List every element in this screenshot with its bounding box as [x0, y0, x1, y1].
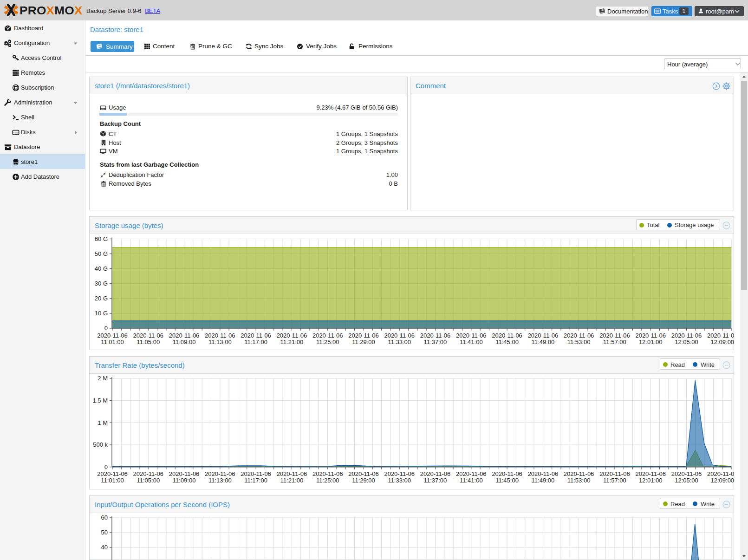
svg-text:30 G: 30 G [95, 280, 108, 287]
svg-text:2020-11-06: 2020-11-06 [348, 470, 379, 477]
svg-text:40 G: 40 G [95, 265, 108, 272]
svg-text:2020-11-06: 2020-11-06 [97, 332, 128, 339]
svg-text:2020-11-06: 2020-11-06 [599, 332, 630, 339]
svg-text:11:13:00: 11:13:00 [208, 339, 232, 345]
svg-text:11:25:00: 11:25:00 [316, 339, 339, 345]
svg-text:2020-11-06: 2020-11-06 [205, 470, 235, 477]
svg-text:12:09:00: 12:09:00 [710, 339, 734, 345]
svg-text:11:09:00: 11:09:00 [173, 339, 196, 345]
svg-text:2020-11-06: 2020-11-06 [312, 470, 343, 477]
svg-text:2020-11-06: 2020-11-06 [707, 332, 734, 339]
svg-text:2 M: 2 M [98, 375, 108, 382]
svg-text:11:57:00: 11:57:00 [603, 339, 626, 345]
svg-text:11:29:00: 11:29:00 [352, 477, 375, 484]
svg-text:10 G: 10 G [95, 310, 108, 317]
svg-text:0: 0 [104, 463, 108, 470]
svg-text:2020-11-06: 2020-11-06 [277, 332, 307, 339]
svg-text:2020-11-06: 2020-11-06 [707, 470, 734, 477]
svg-text:11:05:00: 11:05:00 [137, 339, 160, 345]
svg-text:2020-11-06: 2020-11-06 [384, 332, 415, 339]
svg-text:12:01:00: 12:01:00 [639, 477, 663, 484]
svg-text:50: 50 [101, 529, 108, 536]
svg-text:1 M: 1 M [98, 419, 108, 426]
svg-text:11:53:00: 11:53:00 [567, 477, 591, 484]
svg-text:2020-11-06: 2020-11-06 [312, 332, 343, 339]
svg-text:2020-11-06: 2020-11-06 [384, 470, 415, 477]
svg-text:11:09:00: 11:09:00 [173, 477, 196, 484]
svg-text:2020-11-06: 2020-11-06 [635, 332, 666, 339]
svg-text:2020-11-06: 2020-11-06 [241, 332, 271, 339]
svg-text:2020-11-06: 2020-11-06 [348, 332, 379, 339]
svg-text:11:21:00: 11:21:00 [280, 477, 304, 484]
svg-text:20 G: 20 G [95, 295, 108, 302]
svg-text:12:05:00: 12:05:00 [675, 339, 698, 345]
svg-text:2020-11-06: 2020-11-06 [277, 470, 307, 477]
svg-text:2020-11-06: 2020-11-06 [456, 470, 487, 477]
svg-text:11:33:00: 11:33:00 [388, 477, 411, 484]
svg-text:11:13:00: 11:13:00 [208, 477, 232, 484]
svg-text:11:17:00: 11:17:00 [244, 339, 267, 345]
svg-text:12:09:00: 12:09:00 [710, 477, 734, 484]
svg-text:2020-11-06: 2020-11-06 [528, 332, 559, 339]
svg-text:2020-11-06: 2020-11-06 [635, 470, 666, 477]
svg-text:2020-11-06: 2020-11-06 [599, 470, 630, 477]
svg-text:2020-11-06: 2020-11-06 [671, 332, 702, 339]
svg-text:11:49:00: 11:49:00 [532, 339, 555, 345]
svg-text:2020-11-06: 2020-11-06 [205, 332, 235, 339]
svg-text:0: 0 [104, 325, 108, 332]
svg-text:11:41:00: 11:41:00 [460, 339, 483, 345]
svg-text:2020-11-06: 2020-11-06 [492, 470, 522, 477]
svg-text:11:37:00: 11:37:00 [424, 477, 447, 484]
svg-text:1.5 M: 1.5 M [92, 397, 108, 404]
svg-text:2020-11-06: 2020-11-06 [133, 470, 164, 477]
svg-text:11:33:00: 11:33:00 [388, 339, 411, 345]
svg-text:11:53:00: 11:53:00 [567, 339, 591, 345]
svg-text:11:05:00: 11:05:00 [137, 477, 160, 484]
svg-text:2020-11-06: 2020-11-06 [456, 332, 487, 339]
svg-text:11:17:00: 11:17:00 [244, 477, 267, 484]
svg-text:2020-11-06: 2020-11-06 [564, 332, 594, 339]
svg-text:2020-11-06: 2020-11-06 [133, 332, 164, 339]
svg-text:2020-11-06: 2020-11-06 [169, 470, 200, 477]
svg-text:2020-11-06: 2020-11-06 [241, 470, 271, 477]
svg-text:11:45:00: 11:45:00 [495, 339, 519, 345]
svg-text:2020-11-06: 2020-11-06 [564, 470, 594, 477]
svg-text:11:45:00: 11:45:00 [495, 477, 519, 484]
svg-text:11:21:00: 11:21:00 [280, 339, 304, 345]
svg-text:50 G: 50 G [95, 250, 108, 257]
svg-text:2020-11-06: 2020-11-06 [671, 470, 702, 477]
svg-text:11:01:00: 11:01:00 [101, 339, 124, 345]
svg-text:60 G: 60 G [95, 235, 108, 242]
svg-text:11:01:00: 11:01:00 [101, 477, 124, 484]
svg-text:2020-11-06: 2020-11-06 [97, 470, 128, 477]
svg-text:12:01:00: 12:01:00 [639, 339, 663, 345]
svg-text:2020-11-06: 2020-11-06 [169, 332, 200, 339]
svg-text:11:37:00: 11:37:00 [424, 339, 447, 345]
svg-text:2020-11-06: 2020-11-06 [420, 470, 451, 477]
svg-text:60: 60 [101, 514, 108, 521]
svg-text:40: 40 [101, 544, 108, 551]
svg-text:11:49:00: 11:49:00 [532, 477, 555, 484]
svg-text:12:05:00: 12:05:00 [675, 477, 698, 484]
svg-text:2020-11-06: 2020-11-06 [492, 332, 522, 339]
svg-text:2020-11-06: 2020-11-06 [420, 332, 451, 339]
svg-text:11:25:00: 11:25:00 [316, 477, 339, 484]
svg-text:11:57:00: 11:57:00 [603, 477, 626, 484]
svg-text:500 k: 500 k [93, 441, 108, 448]
svg-text:11:41:00: 11:41:00 [460, 477, 483, 484]
svg-text:11:29:00: 11:29:00 [352, 339, 375, 345]
svg-text:2020-11-06: 2020-11-06 [528, 470, 559, 477]
